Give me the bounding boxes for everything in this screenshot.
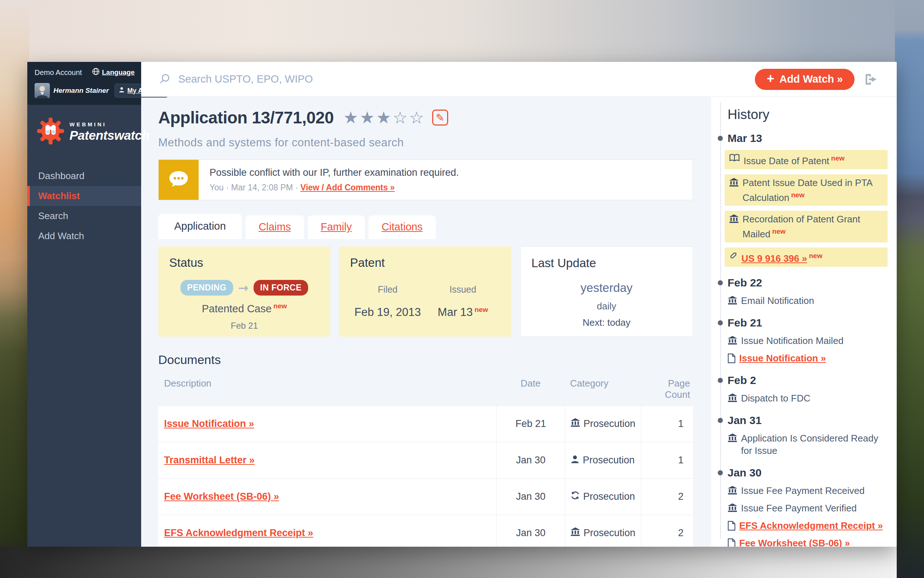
star-icon-empty[interactable]: ☆ [393,108,409,127]
bank-icon [728,434,737,442]
user-name: Hermann Stainer [53,87,109,95]
document-date: Jan 30 [496,479,565,515]
comment-box: Possible conflict with our IP, further e… [158,159,693,200]
avatar[interactable] [34,83,50,98]
brand-top-label: WEBMINI [70,121,149,127]
bank-icon [728,336,737,345]
star-icon-filled[interactable]: ★ [360,108,376,127]
documents-heading: Documents [158,353,693,367]
next-update: Next: today [531,317,682,328]
document-pages: 1 [641,442,693,478]
history-item: Recordation of Patent Grant Mailednew [725,211,888,242]
sidebar-item-watchlist[interactable]: Watchlist [27,186,141,206]
tab-application[interactable]: Application [158,214,242,239]
document-category: Prosecution [583,491,635,502]
document-link[interactable]: Transmittal Letter » [164,455,255,466]
sidebar: Demo Account Language Hermann Stainer My… [27,62,141,547]
history-panel: History Mar 13 Issue Date of Patentnew P… [711,97,897,547]
app-window: Demo Account Language Hermann Stainer My… [27,62,897,547]
tab-citations[interactable]: Citations [369,216,436,239]
history-item: Issue Fee Payment Received [728,484,888,497]
bank-icon [570,528,580,539]
topbar: + Add Watch » [141,62,897,97]
history-item: Fee Worksheet (SB-06) » [728,537,888,547]
document-link[interactable]: Issue Notification » [164,418,254,430]
sidebar-item-dashboard[interactable]: Dashboard [27,166,141,186]
sidebar-item-search[interactable]: Search [27,206,141,226]
history-document-link[interactable]: EFS Acknowledgment Receipt » [739,520,883,531]
application-subtitle: Methods and systems for content-based se… [158,136,693,149]
account-name-label: Demo Account [34,68,82,77]
star-icon-filled[interactable]: ★ [343,108,359,127]
history-item: US 9 916 396 »new [725,247,888,267]
issued-label: Issued [425,284,500,295]
patent-card: Patent Filed Feb 19, 2013 Issued Mar 13n… [339,247,511,337]
search-icon [159,72,171,86]
bank-icon [728,503,737,512]
edit-icon[interactable]: ✎ [432,110,448,125]
status-card-title: Status [169,256,319,270]
brand: WEBMINI Patentswatch [27,105,141,146]
comment-icon-block [159,160,199,200]
new-badge: new [273,302,287,310]
search-bar [159,72,755,86]
document-category: Prosecution [584,528,636,539]
document-date: Jan 30 [496,442,565,478]
status-badge-pending: PENDING [180,280,233,295]
main-area: + Add Watch » Application 13/771,020 ★★★… [141,62,897,547]
history-date: Feb 2 [728,374,888,387]
update-frequency: daily [531,300,682,312]
new-badge: new [831,154,845,162]
new-badge: new [791,191,805,199]
history-date: Jan 30 [728,466,888,479]
documents-table: Description Date Category Page Count Iss… [158,372,693,547]
patent-card-title: Patent [350,256,500,270]
last-update-card: Last Update yesterday daily Next: today [520,247,693,337]
history-item: Dispatch to FDC [728,392,888,404]
background-bottom-strip [0,547,897,578]
document-pages: 2 [641,479,693,515]
bank-icon [729,214,739,223]
patent-number-link[interactable]: US 9 916 396 » [741,253,807,264]
history-document-link[interactable]: Issue Notification » [739,353,826,364]
comment-text: Possible conflict with our IP, further e… [210,167,459,179]
file-icon [728,354,736,363]
history-item: Application Is Considered Ready for Issu… [728,432,888,457]
status-badge-in-force: IN FORCE [254,280,308,295]
status-date: Feb 21 [169,321,319,331]
history-document-link[interactable]: Fee Worksheet (SB-06) » [739,537,850,547]
history-item: Patent Issue Date Used in PTA Calculatio… [725,174,888,206]
tabs: Application Claims Family Citations [158,214,693,239]
sign-out-icon[interactable] [864,73,878,86]
star-icon-filled[interactable]: ★ [376,108,393,127]
history-item: Issue Fee Payment Verified [728,502,888,514]
new-badge: new [772,227,786,235]
new-badge: new [809,252,822,260]
rating-stars[interactable]: ★★★☆☆ [343,109,425,126]
book-icon [729,154,740,162]
issued-value: Mar 13 [438,306,473,318]
sidebar-menu: Dashboard Watchlist Search Add Watch [27,166,141,246]
language-link[interactable]: Language [92,68,134,77]
star-icon-empty[interactable]: ☆ [409,108,425,127]
add-watch-button[interactable]: + Add Watch » [755,69,854,90]
tab-family[interactable]: Family [308,216,365,239]
view-add-comments-link[interactable]: View / Add Comments » [301,183,395,192]
file-icon [728,538,736,547]
award-icon [729,251,738,260]
document-category: Prosecution [584,418,636,430]
bank-icon [728,296,737,305]
document-link[interactable]: Fee Worksheet (SB-06) » [164,491,279,502]
history-date: Feb 22 [728,276,888,289]
sidebar-item-add-watch[interactable]: Add Watch [27,226,141,246]
sync-icon [570,490,580,503]
file-icon [728,521,736,531]
search-input[interactable] [178,73,755,85]
history-item: EFS Acknowledgment Receipt » [728,520,888,532]
document-category: Prosecution [583,455,635,466]
bank-icon [728,486,737,495]
tab-claims[interactable]: Claims [246,216,304,239]
bank-icon [570,418,580,430]
document-link[interactable]: EFS Acknowledgment Receipt » [164,528,313,539]
bank-icon [729,178,739,187]
